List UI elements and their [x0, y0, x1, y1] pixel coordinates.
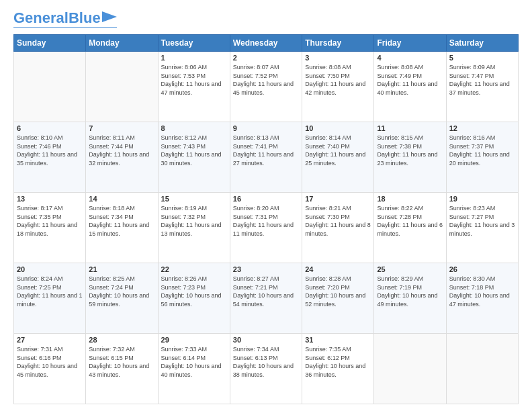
day-info: Sunrise: 8:26 AM Sunset: 7:23 PM Dayligh… — [161, 275, 227, 308]
calendar-cell: 10Sunrise: 8:14 AM Sunset: 7:40 PM Dayli… — [302, 122, 374, 193]
day-info: Sunrise: 8:16 AM Sunset: 7:37 PM Dayligh… — [449, 134, 515, 167]
calendar-cell — [86, 52, 158, 122]
day-info: Sunrise: 8:10 AM Sunset: 7:46 PM Dayligh… — [17, 134, 83, 167]
calendar-cell — [374, 334, 446, 404]
day-info: Sunrise: 8:28 AM Sunset: 7:20 PM Dayligh… — [305, 275, 371, 308]
day-number: 14 — [89, 195, 154, 203]
day-number: 19 — [449, 195, 515, 203]
calendar-day-header: Sunday — [14, 35, 86, 52]
calendar-cell: 31Sunrise: 7:35 AM Sunset: 6:12 PM Dayli… — [302, 334, 374, 404]
svg-marker-0 — [102, 11, 117, 22]
day-info: Sunrise: 7:31 AM Sunset: 6:16 PM Dayligh… — [17, 345, 83, 379]
calendar-cell: 7Sunrise: 8:11 AM Sunset: 7:44 PM Daylig… — [86, 122, 158, 193]
day-number: 5 — [449, 54, 515, 62]
day-info: Sunrise: 8:23 AM Sunset: 7:27 PM Dayligh… — [449, 204, 515, 238]
day-info: Sunrise: 8:08 AM Sunset: 7:50 PM Dayligh… — [305, 63, 371, 97]
day-number: 15 — [161, 195, 227, 203]
calendar-cell: 11Sunrise: 8:15 AM Sunset: 7:38 PM Dayli… — [374, 122, 446, 193]
day-number: 21 — [89, 265, 154, 273]
calendar-cell: 6Sunrise: 8:10 AM Sunset: 7:46 PM Daylig… — [14, 122, 86, 193]
day-info: Sunrise: 8:18 AM Sunset: 7:34 PM Dayligh… — [89, 204, 154, 238]
day-number: 8 — [161, 124, 227, 132]
logo-general: General — [13, 9, 69, 26]
calendar-cell: 2Sunrise: 8:07 AM Sunset: 7:52 PM Daylig… — [230, 52, 302, 122]
calendar-week-row: 20Sunrise: 8:24 AM Sunset: 7:25 PM Dayli… — [14, 263, 519, 334]
calendar-cell: 22Sunrise: 8:26 AM Sunset: 7:23 PM Dayli… — [158, 263, 230, 334]
calendar-day-header: Saturday — [446, 35, 518, 52]
day-info: Sunrise: 8:30 AM Sunset: 7:18 PM Dayligh… — [449, 275, 515, 308]
logo-text: GeneralBlue — [13, 11, 101, 26]
day-number: 26 — [449, 265, 515, 273]
calendar-cell: 9Sunrise: 8:13 AM Sunset: 7:41 PM Daylig… — [230, 122, 302, 193]
day-info: Sunrise: 8:25 AM Sunset: 7:24 PM Dayligh… — [89, 275, 154, 308]
day-number: 29 — [161, 336, 227, 344]
calendar-cell — [446, 334, 518, 404]
calendar-cell: 25Sunrise: 8:29 AM Sunset: 7:19 PM Dayli… — [374, 263, 446, 334]
calendar-cell: 15Sunrise: 8:19 AM Sunset: 7:32 PM Dayli… — [158, 193, 230, 263]
day-info: Sunrise: 8:17 AM Sunset: 7:35 PM Dayligh… — [17, 204, 83, 238]
day-number: 31 — [305, 336, 371, 344]
calendar-cell: 12Sunrise: 8:16 AM Sunset: 7:37 PM Dayli… — [446, 122, 518, 193]
calendar-cell: 19Sunrise: 8:23 AM Sunset: 7:27 PM Dayli… — [446, 193, 518, 263]
day-info: Sunrise: 8:27 AM Sunset: 7:21 PM Dayligh… — [233, 275, 299, 308]
day-number: 28 — [89, 336, 154, 344]
day-info: Sunrise: 8:19 AM Sunset: 7:32 PM Dayligh… — [161, 204, 227, 238]
calendar-cell: 26Sunrise: 8:30 AM Sunset: 7:18 PM Dayli… — [446, 263, 518, 334]
day-number: 4 — [377, 54, 443, 62]
calendar-cell: 4Sunrise: 8:08 AM Sunset: 7:49 PM Daylig… — [374, 52, 446, 122]
day-info: Sunrise: 7:32 AM Sunset: 6:15 PM Dayligh… — [89, 345, 154, 379]
day-number: 30 — [233, 336, 299, 344]
day-number: 7 — [89, 124, 154, 132]
calendar-week-row: 13Sunrise: 8:17 AM Sunset: 7:35 PM Dayli… — [14, 193, 519, 263]
day-number: 20 — [17, 265, 83, 273]
calendar-cell: 21Sunrise: 8:25 AM Sunset: 7:24 PM Dayli… — [86, 263, 158, 334]
day-info: Sunrise: 8:21 AM Sunset: 7:30 PM Dayligh… — [305, 204, 371, 238]
day-info: Sunrise: 7:35 AM Sunset: 6:12 PM Dayligh… — [305, 345, 371, 379]
day-info: Sunrise: 8:07 AM Sunset: 7:52 PM Dayligh… — [233, 63, 299, 97]
day-number: 25 — [377, 265, 443, 273]
day-info: Sunrise: 7:33 AM Sunset: 6:14 PM Dayligh… — [161, 345, 227, 379]
calendar-cell: 1Sunrise: 8:06 AM Sunset: 7:53 PM Daylig… — [158, 52, 230, 122]
day-number: 18 — [377, 195, 443, 203]
logo: GeneralBlue — [13, 11, 117, 28]
day-number: 12 — [449, 124, 515, 132]
day-info: Sunrise: 8:08 AM Sunset: 7:49 PM Dayligh… — [377, 63, 443, 97]
day-info: Sunrise: 8:24 AM Sunset: 7:25 PM Dayligh… — [17, 275, 83, 308]
calendar-cell: 13Sunrise: 8:17 AM Sunset: 7:35 PM Dayli… — [14, 193, 86, 263]
calendar-day-header: Wednesday — [230, 35, 302, 52]
calendar-cell: 28Sunrise: 7:32 AM Sunset: 6:15 PM Dayli… — [86, 334, 158, 404]
day-number: 17 — [305, 195, 371, 203]
calendar-day-header: Thursday — [302, 35, 374, 52]
day-number: 23 — [233, 265, 299, 273]
calendar-day-header: Friday — [374, 35, 446, 52]
day-number: 1 — [161, 54, 227, 62]
day-number: 2 — [233, 54, 299, 62]
calendar-cell: 23Sunrise: 8:27 AM Sunset: 7:21 PM Dayli… — [230, 263, 302, 334]
day-number: 6 — [17, 124, 83, 132]
day-info: Sunrise: 8:15 AM Sunset: 7:38 PM Dayligh… — [377, 134, 443, 167]
calendar-cell: 20Sunrise: 8:24 AM Sunset: 7:25 PM Dayli… — [14, 263, 86, 334]
day-info: Sunrise: 8:22 AM Sunset: 7:28 PM Dayligh… — [377, 204, 443, 238]
calendar-week-row: 6Sunrise: 8:10 AM Sunset: 7:46 PM Daylig… — [14, 122, 519, 193]
day-number: 24 — [305, 265, 371, 273]
day-number: 10 — [305, 124, 371, 132]
calendar-cell: 8Sunrise: 8:12 AM Sunset: 7:43 PM Daylig… — [158, 122, 230, 193]
calendar-cell: 14Sunrise: 8:18 AM Sunset: 7:34 PM Dayli… — [86, 193, 158, 263]
calendar-cell: 24Sunrise: 8:28 AM Sunset: 7:20 PM Dayli… — [302, 263, 374, 334]
calendar-header-row: SundayMondayTuesdayWednesdayThursdayFrid… — [14, 35, 519, 52]
calendar-cell: 17Sunrise: 8:21 AM Sunset: 7:30 PM Dayli… — [302, 193, 374, 263]
day-number: 27 — [17, 336, 83, 344]
day-info: Sunrise: 8:13 AM Sunset: 7:41 PM Dayligh… — [233, 134, 299, 167]
calendar-week-row: 1Sunrise: 8:06 AM Sunset: 7:53 PM Daylig… — [14, 52, 519, 122]
day-info: Sunrise: 7:34 AM Sunset: 6:13 PM Dayligh… — [233, 345, 299, 379]
day-info: Sunrise: 8:20 AM Sunset: 7:31 PM Dayligh… — [233, 204, 299, 238]
day-number: 16 — [233, 195, 299, 203]
calendar-cell: 30Sunrise: 7:34 AM Sunset: 6:13 PM Dayli… — [230, 334, 302, 404]
calendar-cell — [14, 52, 86, 122]
day-info: Sunrise: 8:09 AM Sunset: 7:47 PM Dayligh… — [449, 63, 515, 97]
day-info: Sunrise: 8:11 AM Sunset: 7:44 PM Dayligh… — [89, 134, 154, 167]
calendar-cell: 3Sunrise: 8:08 AM Sunset: 7:50 PM Daylig… — [302, 52, 374, 122]
calendar-cell: 16Sunrise: 8:20 AM Sunset: 7:31 PM Dayli… — [230, 193, 302, 263]
calendar-cell: 5Sunrise: 8:09 AM Sunset: 7:47 PM Daylig… — [446, 52, 518, 122]
calendar-cell: 18Sunrise: 8:22 AM Sunset: 7:28 PM Dayli… — [374, 193, 446, 263]
